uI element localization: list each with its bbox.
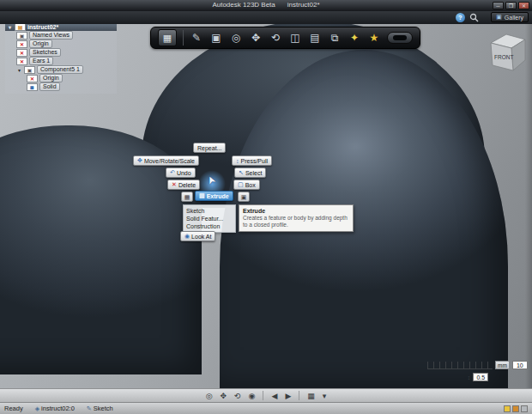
tooltip-title: Extrude (243, 208, 349, 214)
previous-view-icon[interactable]: ◀ (271, 390, 277, 402)
app-bar: ? ▣ Gallery (0, 11, 532, 24)
move-rotate-scale-button[interactable]: ✥ Move/Rotate/Scale (133, 155, 199, 166)
box-button[interactable]: ▢ Box (233, 180, 260, 190)
primitives-menu-icon[interactable]: ▦ (158, 29, 177, 46)
notification-icon[interactable] (512, 405, 519, 412)
document-title: instruct02* (287, 1, 320, 9)
box-label: Box (245, 182, 256, 188)
orbit-icon[interactable]: ⟲ (234, 390, 241, 402)
extrude-tooltip: Extrude Creates a feature or body by add… (239, 204, 354, 232)
repeat-button[interactable]: Repeat... (193, 143, 226, 153)
favorites-tool-icon[interactable]: ★ (367, 28, 381, 47)
navigation-bar: ◎ ✥ ⟲ ◉ ◀ ▶ ▦ ▾ (0, 388, 532, 402)
press-pull-button[interactable]: ↕ Press/Pull (232, 155, 272, 166)
search-icon[interactable] (469, 13, 479, 22)
help-icon[interactable]: ? (456, 13, 465, 22)
move-tool-icon[interactable]: ✥ (249, 28, 263, 47)
title-bar: Autodesk 123D Betainstruct02* ─ ❐ ✕ (0, 0, 532, 11)
browser-tree: ▾ ▤ instruct02* ▣ Named Views ✕ Origin ✕… (5, 21, 117, 94)
tooltip-body: Creates a feature or body by adding dept… (243, 215, 349, 228)
select-button[interactable]: ↖ Select (234, 167, 266, 178)
delete-button[interactable]: ✕ Delete (167, 180, 200, 190)
move-icon: ✥ (137, 157, 142, 164)
caret-icon[interactable]: ▾ (323, 390, 327, 402)
sketch-flank-icon[interactable]: ▦ (181, 192, 193, 202)
extrude-icon: ▤ (199, 192, 205, 199)
browser-panel: Browser ▫ ⊡ ▾ ▤ instruct02* ▣ Named View… (5, 12, 117, 94)
tree-item-label: Ears 1 (29, 57, 53, 65)
visibility-off-icon[interactable]: ✕ (16, 49, 27, 57)
extrude-label: Extrude (207, 193, 229, 199)
shell-tool-icon[interactable]: ◫ (288, 28, 302, 47)
major-grid-input[interactable]: 10 (512, 361, 528, 369)
grid-scale-widget: mm 10 ↕ 0.5 (427, 361, 529, 381)
display-settings-icon[interactable]: ▦ (307, 390, 315, 402)
look-at-button[interactable]: ◉ Look At (180, 231, 215, 241)
gallery-label: Gallery (505, 15, 523, 21)
tree-item-label: Named Views (29, 31, 73, 40)
ruler (427, 362, 493, 369)
tree-item-label: instruct02* (27, 24, 58, 30)
submenu-item-sketch[interactable]: Sketch (186, 207, 233, 215)
tree-item-origin[interactable]: ✕ Origin (5, 40, 117, 48)
tree-item-label: Origin (29, 40, 52, 48)
viewport-edge-shade (525, 24, 532, 388)
minor-stepper-icon[interactable]: ↕ (468, 374, 471, 381)
delete-label: Delete (178, 182, 196, 188)
minor-grid-input[interactable]: 0.5 (473, 373, 488, 381)
component-icon: ▣ (24, 66, 35, 74)
combine-tool-icon[interactable]: ⧉ (328, 28, 342, 47)
visibility-off-icon[interactable]: ✕ (16, 58, 27, 65)
status-ready-text: Ready (4, 405, 23, 412)
warning-icon[interactable] (504, 405, 511, 412)
tree-item-sketches[interactable]: ✕ Sketches (5, 48, 117, 57)
unit-dropdown[interactable]: mm (495, 361, 510, 369)
gallery-button[interactable]: ▣ Gallery (491, 12, 529, 22)
pattern-tool-icon[interactable]: ▤ (308, 28, 322, 47)
select-label: Select (245, 170, 262, 176)
tree-item-named-views[interactable]: ▣ Named Views (5, 31, 117, 40)
cylinder-primitive-tool-icon[interactable]: ◎ (229, 28, 243, 47)
revolve-tool-icon[interactable]: ⟲ (269, 28, 282, 47)
solid-flank-icon[interactable]: ▣ (238, 192, 250, 202)
minimize-button[interactable]: ─ (493, 2, 504, 9)
document-status-icon: ◈ (35, 405, 39, 412)
expander-icon[interactable]: ▾ (16, 67, 22, 73)
submenu-item-construction[interactable]: Construction (186, 222, 233, 230)
tree-item-solid[interactable]: ◼ Solid (5, 82, 117, 91)
tree-item-ears[interactable]: ✕ Ears 1 (5, 57, 117, 65)
toolbar-separator (183, 30, 184, 46)
view-cube[interactable]: FRONT (484, 31, 529, 74)
sketch-tool-icon[interactable]: ✎ (190, 28, 203, 47)
toolbar-handle-slot (393, 35, 407, 40)
undo-button[interactable]: ↶ Undo (166, 167, 196, 178)
pan-icon[interactable]: ✥ (221, 390, 227, 402)
effects-tool-icon[interactable]: ✦ (348, 28, 361, 47)
toolbar-handle[interactable] (387, 32, 413, 44)
select-icon: ↖ (239, 169, 244, 176)
undo-label: Undo (177, 170, 191, 176)
visibility-off-icon[interactable]: ✕ (16, 40, 27, 48)
expander-icon[interactable]: ▾ (7, 24, 13, 30)
status-bar: Ready ◈ instruct02:0 ✎ Sketch (0, 402, 532, 414)
submenu-item-solid-feature[interactable]: Solid Featur... (186, 215, 233, 222)
tree-item-label: Sketches (29, 48, 61, 57)
tree-item-component-origin[interactable]: ✕ Origin (5, 74, 117, 82)
status-mode-label: Sketch (94, 405, 113, 412)
box-primitive-tool-icon[interactable]: ▣ (209, 28, 223, 47)
status-document-label: instruct02:0 (41, 405, 75, 412)
maximize-button[interactable]: ❐ (505, 2, 517, 9)
next-view-icon[interactable]: ▶ (285, 390, 291, 402)
window-title: Autodesk 123D Betainstruct02* (0, 1, 532, 9)
zoom-icon[interactable]: ◎ (206, 390, 213, 402)
press-pull-label: Press/Pull (241, 158, 269, 164)
visibility-off-icon[interactable]: ✕ (27, 75, 38, 82)
tree-item-component5[interactable]: ▾ ▣ Component5 1 (5, 65, 117, 74)
look-at-nav-icon[interactable]: ◉ (249, 390, 256, 402)
close-button[interactable]: ✕ (518, 2, 529, 9)
status-mode-segment[interactable]: ✎ Sketch (87, 405, 113, 412)
tray-icon[interactable] (521, 405, 528, 412)
status-document-segment[interactable]: ◈ instruct02:0 (35, 405, 75, 412)
extrude-button[interactable]: ▤ Extrude (195, 191, 233, 201)
move-label: Move/Rotate/Scale (144, 158, 195, 164)
